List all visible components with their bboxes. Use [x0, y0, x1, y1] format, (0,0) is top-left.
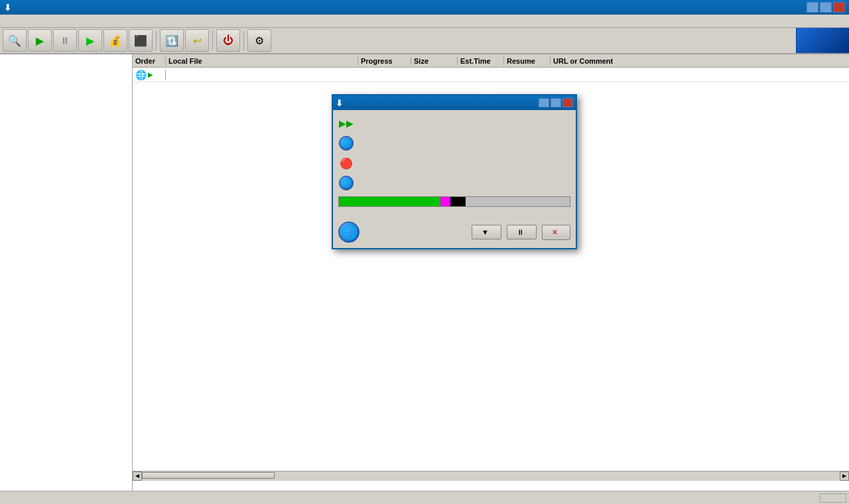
main-container: Order Local File Progress Size Est.Time … — [0, 54, 849, 491]
scrollbar-track[interactable] — [142, 472, 840, 481]
scroll-left-btn[interactable]: ◀ — [133, 472, 142, 481]
dialog-localfile-row: 🌐 — [338, 135, 570, 151]
toolbar-separator-3 — [243, 31, 244, 50]
table-header: Order Local File Progress Size Est.Time … — [133, 54, 849, 68]
close-button[interactable] — [833, 2, 845, 13]
col-localfile-header[interactable]: Local File — [166, 57, 358, 65]
title-bar: ⬇ — [0, 0, 849, 15]
progress-bar-fill — [339, 197, 466, 206]
content-area: Order Local File Progress Size Est.Time … — [133, 54, 849, 491]
dialog-url-icon: ▶▶ — [338, 115, 354, 131]
col-order-header[interactable]: Order — [133, 57, 166, 65]
dialog-time-icon: 🌐 — [338, 175, 354, 191]
pause-button[interactable]: ⏸ — [53, 29, 77, 52]
status-progress-indicator — [820, 493, 846, 503]
dialog-close-btn[interactable] — [562, 98, 573, 107]
toolbar-separator-2 — [212, 31, 213, 50]
col-esttime-header[interactable]: Est.Time — [458, 57, 504, 65]
col-progress-header[interactable]: Progress — [358, 57, 411, 65]
table-body: 🌐▶ — [133, 68, 849, 82]
status-bar — [0, 491, 849, 504]
col-resume-header[interactable]: Resume — [504, 57, 551, 65]
menu-bar — [0, 15, 849, 28]
pause-icon: ⏸ — [517, 228, 524, 236]
reload-button[interactable]: 🔃 — [160, 29, 184, 52]
progress-bar-container — [338, 196, 570, 207]
dialog-minimize-btn[interactable] — [539, 98, 549, 107]
power-button[interactable]: ⏻ — [216, 29, 240, 52]
cancel-icon: ✕ — [552, 228, 558, 237]
support-banner — [796, 28, 849, 53]
options-button[interactable]: ▼ — [472, 225, 501, 239]
cancel-button[interactable]: ✕ — [542, 225, 570, 240]
minimize-button[interactable] — [807, 2, 818, 13]
dialog-progress-icon: 🔴 — [338, 155, 354, 171]
download-dialog: ⬇ ▶▶ — [332, 94, 577, 249]
dialog-footer-icon: 🌐 — [338, 221, 359, 243]
toolbar-separator-1 — [156, 31, 157, 50]
start-queue-button[interactable]: ▶ — [78, 29, 102, 52]
dialog-restore-btn[interactable] — [551, 98, 561, 107]
options-icon: ▼ — [482, 228, 489, 236]
app-icon: ⬇ — [4, 3, 11, 13]
globe-icon: 🌐 — [339, 136, 354, 151]
scroll-right-btn[interactable]: ▶ — [840, 472, 849, 481]
dialog-icon: ⬇ — [336, 98, 343, 108]
table-row[interactable]: 🌐▶ — [133, 68, 849, 82]
col-url-header[interactable]: URL or Comment — [551, 57, 849, 65]
pause-button[interactable]: ⏸ — [507, 225, 537, 239]
stop-button[interactable]: ⬛ — [129, 29, 153, 52]
dialog-footer: 🌐 ▼ ⏸ ✕ — [333, 218, 576, 248]
download-icon: 🌐▶ — [135, 70, 153, 80]
settings-button[interactable]: ⚙ — [247, 29, 271, 52]
dialog-localfile-icon: 🌐 — [338, 135, 354, 151]
title-bar-controls[interactable] — [807, 2, 845, 13]
dialog-controls[interactable] — [539, 98, 573, 107]
search-button[interactable]: 🔍 — [3, 29, 27, 52]
time-globe-icon: 🌐 — [339, 176, 354, 190]
row-order: 🌐▶ — [133, 70, 166, 80]
dialog-body: ▶▶ 🌐 🔴 — [333, 110, 576, 218]
money-button[interactable]: 💰 — [103, 29, 127, 52]
horizontal-scrollbar[interactable]: ◀ ▶ — [133, 471, 849, 480]
scrollbar-thumb[interactable] — [142, 472, 275, 479]
maximize-button[interactable] — [820, 2, 832, 13]
refresh-button[interactable]: ↩ — [185, 29, 209, 52]
dialog-titlebar: ⬇ — [333, 95, 576, 110]
dialog-time-row: 🌐 — [338, 175, 570, 191]
sidebar — [0, 54, 133, 491]
dialog-url-row: ▶▶ — [338, 115, 570, 131]
col-size-header[interactable]: Size — [411, 57, 458, 65]
title-bar-left: ⬇ — [4, 3, 15, 13]
dialog-progress-row: 🔴 — [338, 155, 570, 171]
toolbar: 🔍 ▶ ⏸ ▶ 💰 ⬛ 🔃 ↩ ⏻ ⚙ — [0, 28, 849, 54]
start-button[interactable]: ▶ — [28, 29, 52, 52]
